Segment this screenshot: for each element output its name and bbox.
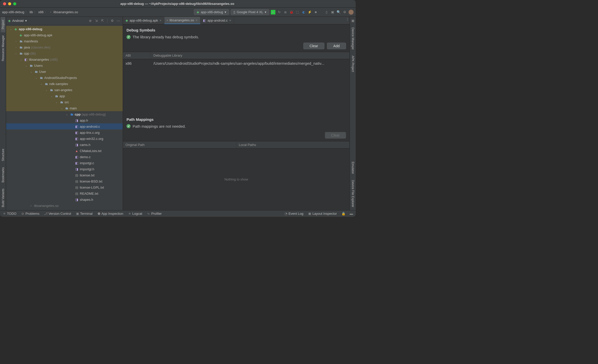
- status-item-layout-inspector[interactable]: ▣ Layout Inspector: [308, 212, 337, 216]
- expand-arrow-icon[interactable]: ⌄: [24, 64, 28, 67]
- tree-node[interactable]: ›🖿java (classes.dex): [6, 44, 123, 50]
- tree-node[interactable]: ⌄🖿src: [6, 99, 123, 105]
- status-item-vcs[interactable]: ⎇ Version Control: [44, 212, 71, 216]
- expand-arrow-icon[interactable]: ⌄: [55, 101, 58, 104]
- status-item-event-log[interactable]: ◔ Event Log: [284, 212, 303, 216]
- status-notification-icon[interactable]: ▬: [350, 212, 353, 216]
- sidebar-tab-bookmarks[interactable]: Bookmarks: [1, 164, 5, 186]
- tree-node[interactable]: ⌄🖿User: [6, 69, 123, 75]
- rerun-button[interactable]: ↻: [277, 10, 281, 14]
- expand-arrow-icon[interactable]: ⌄: [35, 76, 38, 79]
- editor-tab[interactable]: ◧app-android.c×: [200, 17, 234, 24]
- clear-debug-button[interactable]: Clear: [303, 43, 324, 49]
- sidebar-tab-device-manager[interactable]: Device Manager: [351, 24, 355, 53]
- settings-button[interactable]: ⚙: [342, 10, 347, 14]
- run-config-selector[interactable]: ◆ app-x86-debug ▾: [194, 9, 229, 15]
- expand-all-button[interactable]: ⇲: [94, 19, 99, 23]
- tree-node[interactable]: ⌄◆app-x86-debug: [6, 26, 123, 32]
- close-tab-icon[interactable]: ×: [160, 19, 162, 22]
- add-debug-button[interactable]: Add: [327, 43, 346, 49]
- tree-node[interactable]: ⌄🖿AndroidStudioProjects: [6, 75, 123, 81]
- panel-settings-button[interactable]: ⚙: [110, 19, 115, 23]
- sidebar-tab-device-file-explorer[interactable]: Device File Explorer: [351, 177, 355, 210]
- sidebar-tab-structure[interactable]: Structure: [1, 146, 5, 164]
- expand-arrow-icon[interactable]: ⌄: [14, 52, 18, 55]
- tree-node[interactable]: ⌄🖿main: [6, 105, 123, 111]
- profile-button[interactable]: ⬚: [295, 10, 300, 14]
- editor-tab[interactable]: ▫libsanangeles.so×: [164, 17, 200, 24]
- expand-arrow-icon[interactable]: ⌄: [29, 70, 33, 73]
- tree-node[interactable]: ▤README.txt: [6, 190, 123, 196]
- tree-node[interactable]: ▤license-BSD.txt: [6, 178, 123, 184]
- breadcrumb-item[interactable]: app-x86-debug: [2, 10, 24, 14]
- hide-panel-button[interactable]: —: [116, 19, 121, 23]
- sdk-manager-button[interactable]: ▣: [330, 10, 335, 14]
- project-tree[interactable]: ⌄◆app-x86-debug◆app-x86-debug.apk›🖿manif…: [6, 25, 123, 210]
- device-selector[interactable]: ▯ Google Pixel 4 XL ▾: [231, 9, 269, 15]
- breadcrumb[interactable]: app-x86-debug〉 lib〉 x86〉 ▫ libsanangeles…: [2, 10, 78, 14]
- expand-arrow-icon[interactable]: ›: [14, 40, 18, 43]
- coverage-button[interactable]: ≣: [283, 10, 288, 14]
- tree-node[interactable]: ◧app-android.c: [6, 123, 123, 129]
- breadcrumb-item[interactable]: lib: [29, 10, 33, 14]
- sidebar-tab-project[interactable]: Project: [1, 17, 5, 32]
- user-avatar[interactable]: [349, 10, 354, 15]
- expand-arrow-icon[interactable]: ⌄: [60, 107, 64, 110]
- tree-node[interactable]: ◆app-x86-debug.apk: [6, 32, 123, 38]
- tree-node[interactable]: ◧app-linx.c.org: [6, 129, 123, 136]
- notifications-icon[interactable]: ▣: [351, 18, 355, 23]
- tree-node[interactable]: ◨app.h: [6, 117, 123, 123]
- minimize-window-button[interactable]: [8, 2, 11, 5]
- status-item-problems[interactable]: ⊘ Problems: [21, 212, 40, 216]
- close-tab-icon[interactable]: ×: [229, 19, 231, 22]
- project-view-selector[interactable]: ◆ Android ▾: [8, 19, 27, 23]
- close-window-button[interactable]: [3, 2, 6, 5]
- status-item-app-inspection[interactable]: ⬣ App Inspection: [97, 212, 123, 216]
- apply-changes-button[interactable]: ⚡: [307, 10, 312, 14]
- tree-node[interactable]: ⌄🖿cpp [app-x86-debug]: [6, 111, 123, 117]
- expand-arrow-icon[interactable]: ⌄: [40, 82, 43, 85]
- tree-node[interactable]: ▫libsanangeles.so: [6, 203, 123, 209]
- select-opened-file-button[interactable]: ⊕: [88, 19, 92, 23]
- tree-node[interactable]: ⌄🖿ndk-samples: [6, 81, 123, 87]
- tree-node[interactable]: ▲CMakeLists.txt: [6, 148, 123, 154]
- tree-node[interactable]: ⌄◧libsanangeles (x86): [6, 56, 123, 62]
- breadcrumb-item[interactable]: libsanangeles.so: [53, 10, 78, 14]
- avd-manager-button[interactable]: ▯: [324, 10, 329, 14]
- sidebar-tab-emulator[interactable]: Emulator: [351, 159, 355, 177]
- sidebar-tab-build-variants[interactable]: Build Variants: [1, 186, 5, 210]
- status-item-terminal[interactable]: ▣ Terminal: [76, 212, 93, 216]
- expand-arrow-icon[interactable]: ⌄: [19, 58, 23, 61]
- collapse-all-button[interactable]: ⇱: [100, 19, 105, 23]
- expand-arrow-icon[interactable]: ⌄: [9, 28, 13, 30]
- search-button[interactable]: 🔍: [336, 10, 341, 14]
- editor-tab[interactable]: ◆app-x86-debug.apk×: [123, 17, 164, 24]
- stop-button[interactable]: ■: [313, 10, 318, 14]
- expand-arrow-icon[interactable]: ⌄: [50, 95, 53, 97]
- status-item-todo[interactable]: ≡ TODO: [3, 212, 17, 216]
- tree-node[interactable]: ▤license-LGPL.txt: [6, 184, 123, 190]
- tree-node[interactable]: ›🖿manifests: [6, 38, 123, 44]
- tree-node[interactable]: ⌄🖿cpp (lib): [6, 50, 123, 56]
- maximize-window-button[interactable]: [13, 2, 16, 5]
- attach-debugger-button[interactable]: ◐: [301, 10, 306, 14]
- status-item-logcat[interactable]: ≡ Logcat: [128, 212, 142, 216]
- expand-arrow-icon[interactable]: ⌄: [45, 89, 48, 91]
- breadcrumb-item[interactable]: x86: [38, 10, 43, 14]
- expand-arrow-icon[interactable]: ›: [14, 46, 18, 49]
- tree-node[interactable]: ◧app-win32.c.org: [6, 136, 123, 142]
- editor-more-button[interactable]: ⋮: [345, 17, 350, 21]
- tree-node[interactable]: ◧importgl.c: [6, 160, 123, 166]
- expand-arrow-icon[interactable]: ⌄: [65, 113, 69, 116]
- sidebar-tab-resource-manager[interactable]: Resource Manager: [1, 32, 5, 64]
- tree-node[interactable]: ▤license.txt: [6, 172, 123, 178]
- tree-node[interactable]: ◨shapes.h: [6, 196, 123, 203]
- tree-node[interactable]: ⌄🖿app: [6, 93, 123, 99]
- status-item-profiler[interactable]: ∿ Profiler: [147, 212, 162, 216]
- tree-node[interactable]: ◨cams.h: [6, 142, 123, 148]
- run-button[interactable]: [271, 10, 275, 14]
- clear-mappings-button[interactable]: Clear: [325, 132, 346, 139]
- close-tab-icon[interactable]: ×: [196, 18, 198, 22]
- status-lock-icon[interactable]: 🔒: [341, 212, 345, 216]
- debug-button[interactable]: 🐞: [289, 10, 294, 14]
